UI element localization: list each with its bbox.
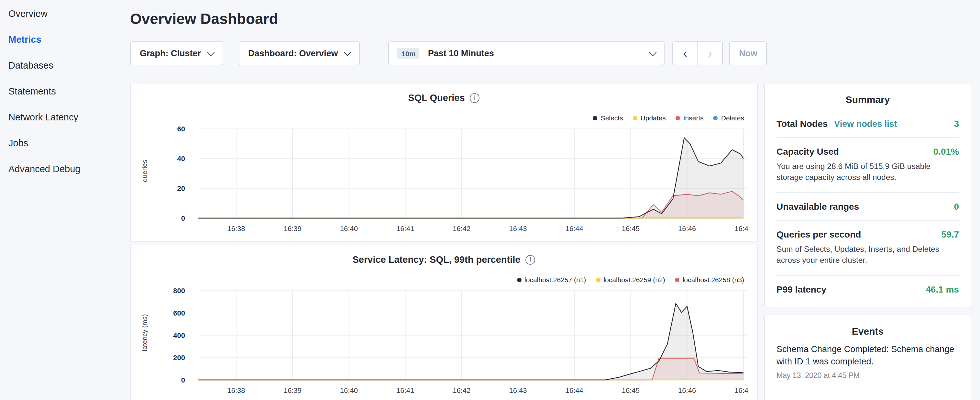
now-button[interactable]: Now bbox=[730, 41, 767, 65]
legend-item: Updates bbox=[633, 114, 666, 122]
side-column: Summary Total Nodes View nodes list 3 Ca… bbox=[764, 83, 971, 400]
legend-item: Deletes bbox=[713, 114, 744, 122]
event-timestamp: May 13, 2020 at 4:45 PM bbox=[776, 371, 959, 379]
chart-title-row: Service Latency: SQL, 99th percentile i bbox=[141, 254, 747, 265]
graph-scope-dropdown[interactable]: Graph: Cluster bbox=[130, 41, 223, 65]
svg-text:16:43: 16:43 bbox=[509, 386, 527, 395]
legend-dot-icon bbox=[713, 116, 718, 120]
sidebar-item-advanced-debug[interactable]: Advanced Debug bbox=[8, 164, 122, 174]
svg-text:16:39: 16:39 bbox=[284, 225, 302, 233]
chart-title-row: SQL Queries i bbox=[141, 92, 747, 103]
legend-item: localhost:26259 (n2) bbox=[596, 276, 665, 284]
chart-plot-area[interactable]: 020040060080016:3816:3916:4016:4116:4216… bbox=[141, 284, 748, 400]
legend-label: Selects bbox=[601, 114, 623, 122]
chevron-right-icon: › bbox=[708, 46, 712, 61]
chart-card-sql-queries: SQL Queries i SelectsUpdatesInsertsDelet… bbox=[130, 83, 758, 242]
svg-text:60: 60 bbox=[177, 125, 185, 133]
legend-dot-icon bbox=[593, 116, 598, 120]
sidebar: OverviewMetricsDatabasesStatementsNetwor… bbox=[0, 0, 122, 190]
dashboard-dropdown-label: Dashboard: Overview bbox=[248, 49, 338, 58]
svg-text:16:47: 16:47 bbox=[735, 386, 748, 395]
content-row: SQL Queries i SelectsUpdatesInsertsDelet… bbox=[130, 83, 971, 400]
summary-label: Capacity Used bbox=[776, 146, 839, 157]
chart-legend: localhost:26257 (n1)localhost:26259 (n2)… bbox=[517, 276, 744, 284]
chart-card-service-latency: Service Latency: SQL, 99th percentile i … bbox=[130, 245, 758, 400]
graph-scope-dropdown-label: Graph: Cluster bbox=[140, 49, 201, 58]
svg-text:16:41: 16:41 bbox=[396, 386, 414, 395]
summary-label: Total Nodes bbox=[776, 118, 827, 129]
events-title: Events bbox=[776, 325, 959, 336]
summary-row-queries-per-second: Queries per second 59.7 Sum of Selects, … bbox=[776, 221, 959, 276]
summary-value: 46.1 ms bbox=[926, 284, 959, 295]
summary-subtext: You are using 28.6 MiB of 515.9 GiB usab… bbox=[776, 161, 959, 184]
controls-bar: Graph: Cluster Dashboard: Overview 10m P… bbox=[130, 41, 971, 65]
summary-panel: Summary Total Nodes View nodes list 3 Ca… bbox=[764, 83, 971, 308]
sidebar-item-metrics[interactable]: Metrics bbox=[8, 35, 122, 45]
time-next-button[interactable]: › bbox=[698, 41, 723, 65]
charts-column: SQL Queries i SelectsUpdatesInsertsDelet… bbox=[130, 83, 758, 400]
page-title: Overview Dashboard bbox=[130, 10, 971, 28]
info-icon[interactable]: i bbox=[470, 93, 480, 103]
legend-item: localhost:26257 (n1) bbox=[517, 276, 586, 284]
chart-title: Service Latency: SQL, 99th percentile bbox=[353, 254, 520, 265]
svg-text:40: 40 bbox=[177, 155, 185, 163]
legend-item: Inserts bbox=[676, 114, 704, 122]
svg-text:16:47: 16:47 bbox=[735, 225, 748, 233]
svg-text:16:40: 16:40 bbox=[340, 225, 358, 233]
summary-value: 0.01% bbox=[934, 146, 959, 157]
summary-value: 3 bbox=[954, 118, 959, 129]
sidebar-item-statements[interactable]: Statements bbox=[8, 87, 122, 96]
time-range-value: Past 10 Minutes bbox=[428, 49, 642, 58]
legend-label: localhost:26259 (n2) bbox=[603, 276, 665, 284]
legend-label: localhost:26258 (n3) bbox=[682, 276, 744, 284]
time-range-badge: 10m bbox=[398, 48, 420, 59]
summary-subtext: Sum of Selects, Updates, Inserts, and De… bbox=[776, 244, 959, 267]
legend-label: Deletes bbox=[721, 114, 744, 122]
svg-text:16:38: 16:38 bbox=[227, 386, 245, 395]
svg-text:200: 200 bbox=[173, 354, 185, 362]
legend-item: localhost:26258 (n3) bbox=[675, 276, 744, 284]
info-icon[interactable]: i bbox=[526, 255, 535, 265]
event-item[interactable]: Schema Change Completed: Schema change w… bbox=[776, 343, 959, 379]
chevron-left-icon: ‹ bbox=[683, 46, 687, 61]
view-nodes-list-link[interactable]: View nodes list bbox=[834, 119, 897, 129]
summary-row-p99-latency: P99 latency 46.1 ms bbox=[776, 276, 959, 303]
summary-row-capacity-used: Capacity Used 0.01% You are using 28.6 M… bbox=[776, 138, 959, 193]
svg-text:16:46: 16:46 bbox=[678, 386, 696, 395]
main-content: Overview Dashboard Graph: Cluster Dashbo… bbox=[130, 0, 971, 400]
legend-dot-icon bbox=[596, 277, 600, 282]
sidebar-item-databases[interactable]: Databases bbox=[8, 61, 122, 70]
sidebar-item-overview[interactable]: Overview bbox=[8, 9, 122, 19]
svg-text:16:39: 16:39 bbox=[284, 386, 302, 395]
svg-text:16:42: 16:42 bbox=[453, 386, 471, 395]
legend-label: Inserts bbox=[683, 114, 704, 122]
svg-text:16:45: 16:45 bbox=[622, 386, 640, 395]
chart-plot-area[interactable]: 020406016:3816:3916:4016:4116:4216:4316:… bbox=[141, 122, 748, 239]
legend-label: localhost:26257 (n1) bbox=[525, 276, 586, 284]
summary-label: P99 latency bbox=[776, 284, 826, 295]
app-root: OverviewMetricsDatabasesStatementsNetwor… bbox=[0, 0, 980, 400]
summary-value: 0 bbox=[954, 201, 959, 212]
svg-text:16:38: 16:38 bbox=[227, 225, 245, 233]
summary-label: Queries per second bbox=[776, 229, 861, 239]
svg-text:0: 0 bbox=[181, 376, 185, 384]
legend-dot-icon bbox=[633, 116, 637, 120]
svg-text:800: 800 bbox=[173, 287, 185, 295]
time-prev-button[interactable]: ‹ bbox=[673, 41, 698, 65]
legend-label: Updates bbox=[641, 114, 666, 122]
time-range-selector[interactable]: 10m Past 10 Minutes bbox=[388, 41, 665, 65]
summary-row-total-nodes: Total Nodes View nodes list 3 bbox=[776, 110, 959, 138]
svg-text:16:44: 16:44 bbox=[566, 386, 583, 395]
svg-text:400: 400 bbox=[173, 331, 185, 339]
dashboard-dropdown[interactable]: Dashboard: Overview bbox=[239, 41, 360, 65]
svg-text:16:41: 16:41 bbox=[396, 225, 414, 233]
sidebar-item-jobs[interactable]: Jobs bbox=[8, 139, 122, 148]
sidebar-item-network-latency[interactable]: Network Latency bbox=[8, 113, 122, 122]
svg-text:0: 0 bbox=[181, 214, 185, 222]
svg-text:16:40: 16:40 bbox=[340, 386, 358, 395]
now-button-label: Now bbox=[739, 49, 757, 58]
svg-text:600: 600 bbox=[173, 309, 185, 317]
svg-text:20: 20 bbox=[177, 185, 185, 193]
svg-text:16:42: 16:42 bbox=[453, 225, 471, 233]
chevron-down-icon bbox=[207, 49, 215, 56]
